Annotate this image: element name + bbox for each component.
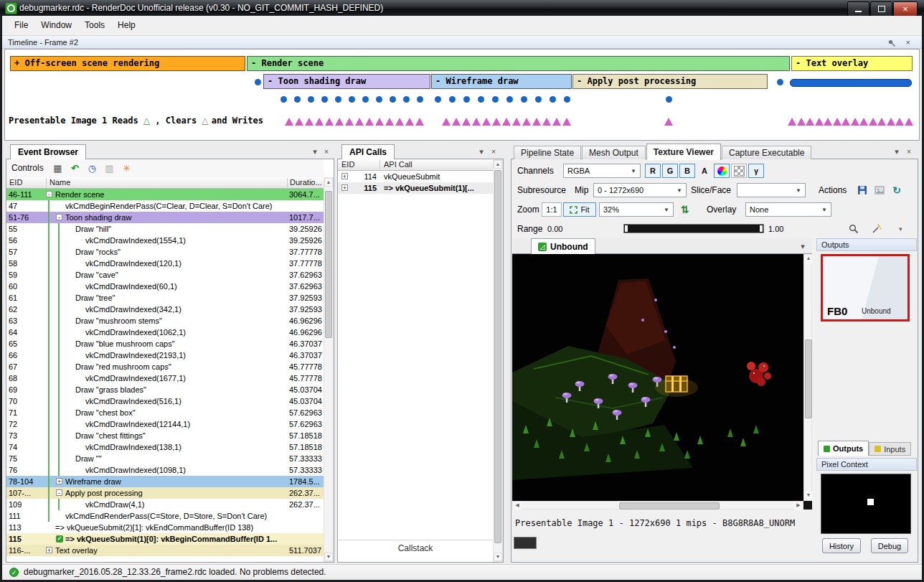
- zoom-range-button[interactable]: [846, 222, 862, 236]
- scrollbar-thumb[interactable]: [325, 191, 332, 338]
- timeline-marker-bar[interactable]: - Toon shading draw: [263, 74, 430, 89]
- range-options-icon[interactable]: ▾: [899, 222, 902, 236]
- event-row[interactable]: 109vkCmdDraw(4,1)262.37...: [6, 499, 324, 510]
- browse-icon[interactable]: ▦: [51, 161, 65, 175]
- tab-unbound-texture[interactable]: ◿ Unbound: [531, 238, 595, 254]
- tab-inputs[interactable]: Inputs: [869, 442, 911, 456]
- api-call-row[interactable]: +115=> vkQueueSubmit(1)[...: [338, 182, 493, 194]
- event-row[interactable]: 69Draw "grass blades"45.03704: [6, 384, 324, 395]
- event-row[interactable]: 116-...+Text overlay511.7037: [6, 545, 324, 556]
- channel-a-button[interactable]: A: [697, 164, 712, 178]
- write-marker[interactable]: [877, 118, 886, 126]
- write-marker[interactable]: [375, 118, 384, 126]
- event-dot[interactable]: [435, 96, 441, 103]
- close-icon[interactable]: ×: [321, 146, 331, 157]
- event-dot[interactable]: [417, 96, 423, 103]
- write-marker[interactable]: [365, 118, 374, 126]
- event-dot[interactable]: [376, 96, 382, 103]
- expander-icon[interactable]: +: [341, 173, 348, 179]
- slice-face-select[interactable]: ▼: [737, 183, 806, 197]
- close-icon[interactable]: ×: [904, 146, 914, 157]
- write-marker[interactable]: [851, 118, 859, 126]
- tab-texture-viewer[interactable]: Texture Viewer: [646, 144, 721, 160]
- event-row[interactable]: 67Draw "red mushroom caps"45.77778: [6, 361, 324, 372]
- chevron-down-icon[interactable]: ▾: [892, 146, 902, 157]
- color-wheel-button[interactable]: [714, 164, 730, 178]
- event-dot[interactable]: [521, 96, 527, 103]
- write-marker[interactable]: [502, 118, 511, 126]
- write-marker[interactable]: [305, 118, 314, 126]
- expander-icon[interactable]: -: [56, 489, 62, 496]
- event-row[interactable]: 71Draw "chest box"57.62963: [6, 407, 324, 418]
- event-row[interactable]: 46-111-Render scene3064.7...: [6, 189, 324, 200]
- range-min-handle[interactable]: [625, 225, 628, 232]
- write-marker[interactable]: [462, 118, 471, 126]
- channel-r-button[interactable]: R: [645, 164, 661, 178]
- event-row[interactable]: 60vkCmdDrawIndexed(60,1)37.62963: [6, 281, 324, 292]
- write-marker[interactable]: [405, 118, 414, 126]
- event-row[interactable]: 73Draw "chest fittings"57.18518: [6, 430, 324, 441]
- tab-pipeline-state[interactable]: Pipeline State: [514, 146, 581, 159]
- write-marker[interactable]: [472, 118, 481, 126]
- expander-icon[interactable]: +: [56, 478, 62, 484]
- write-marker[interactable]: [512, 118, 521, 126]
- event-row[interactable]: 75Draw ""57.33333: [6, 453, 324, 464]
- debug-button[interactable]: Debug: [871, 538, 908, 553]
- write-marker[interactable]: [859, 118, 868, 126]
- event-row[interactable]: 56vkCmdDrawIndexed(1554,1)39.25926: [6, 235, 324, 246]
- scrollbar-thumb[interactable]: [805, 339, 812, 418]
- write-marker[interactable]: [325, 118, 334, 126]
- event-dot[interactable]: [308, 96, 314, 103]
- usage-bar[interactable]: [790, 79, 912, 87]
- write-marker[interactable]: [295, 118, 303, 126]
- write-marker[interactable]: [355, 118, 364, 126]
- event-row[interactable]: 111vkCmdEndRenderPass(C=Store, D=Store, …: [6, 510, 324, 522]
- write-marker[interactable]: [842, 118, 850, 126]
- scroll-right-icon[interactable]: ▶: [794, 502, 803, 510]
- flip-y-icon[interactable]: ⇅: [681, 202, 689, 217]
- expander-icon[interactable]: +: [341, 184, 348, 191]
- event-dot[interactable]: [535, 96, 542, 103]
- write-marker[interactable]: [482, 118, 491, 126]
- event-row[interactable]: 62vkCmdDrawIndexed(342,1)37.92593: [6, 304, 324, 315]
- event-dot[interactable]: [777, 79, 783, 85]
- scroll-down-icon[interactable]: ▼: [494, 553, 502, 561]
- event-row[interactable]: 107-...-Apply post processing262.37...: [6, 487, 324, 499]
- write-marker[interactable]: [345, 118, 354, 126]
- event-row[interactable]: 78-104+Wireframe draw1784.5...: [6, 476, 324, 487]
- event-dot[interactable]: [492, 96, 499, 103]
- event-row[interactable]: 47vkCmdBeginRenderPass(C=Clear, D=Clear,…: [6, 200, 324, 212]
- channel-g-button[interactable]: G: [662, 164, 678, 178]
- write-marker[interactable]: [887, 118, 895, 126]
- texture-display-area[interactable]: ▲ ▼ ◀ ▶: [512, 254, 812, 510]
- write-marker[interactable]: [492, 118, 501, 126]
- fb0-thumbnail[interactable]: FB0 Unbound: [821, 254, 910, 321]
- channel-b-button[interactable]: B: [679, 164, 695, 178]
- event-row[interactable]: 63Draw "mushroom stems"46.96296: [6, 315, 324, 327]
- chevron-down-icon[interactable]: ▾: [798, 240, 808, 252]
- chevron-down-icon[interactable]: ▾: [310, 146, 320, 157]
- write-marker[interactable]: [452, 118, 461, 126]
- bookmark-icon[interactable]: ✳: [120, 161, 133, 175]
- event-row[interactable]: 57Draw "rocks"37.77778: [6, 246, 324, 258]
- event-row[interactable]: 74vkCmdDrawIndexed(138,1)57.18518: [6, 441, 324, 453]
- write-marker[interactable]: [285, 118, 293, 126]
- event-dot[interactable]: [478, 96, 484, 103]
- event-row[interactable]: 59Draw "cave"37.62963: [6, 269, 324, 281]
- event-row[interactable]: 61Draw "tree"37.92593: [6, 292, 324, 304]
- write-marker[interactable]: [532, 118, 541, 126]
- background-checker-button[interactable]: [731, 164, 747, 178]
- close-icon[interactable]: ×: [489, 146, 499, 157]
- event-row[interactable]: 113=> vkQueueSubmit(2)[1]: vkEndCommandB…: [6, 522, 324, 533]
- write-marker[interactable]: [335, 118, 344, 126]
- event-dot[interactable]: [390, 96, 396, 103]
- event-dot[interactable]: [666, 96, 672, 103]
- event-row[interactable]: 72vkCmdDrawIndexed(12144,1)57.62963: [6, 418, 324, 430]
- tab-api-calls[interactable]: API Calls: [341, 144, 395, 160]
- write-marker[interactable]: [664, 118, 673, 126]
- event-row[interactable]: 64vkCmdDrawIndexed(1062,1)46.96296: [6, 327, 324, 338]
- event-dot[interactable]: [321, 96, 328, 103]
- event-row[interactable]: 58vkCmdDrawIndexed(120,1)37.77778: [6, 258, 324, 269]
- texture-horizontal-scrollbar[interactable]: ◀ ▶: [512, 501, 803, 510]
- write-marker[interactable]: [385, 118, 394, 126]
